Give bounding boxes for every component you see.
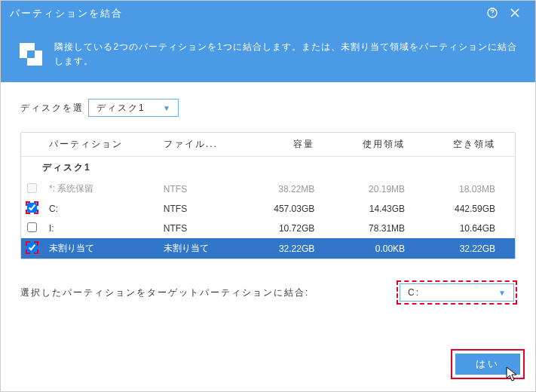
disk-select[interactable]: ディスク1 ▼ (88, 99, 179, 117)
table-row[interactable]: 未割り当て未割り当て32.22GB0.00KB32.22GB (21, 238, 515, 259)
partition-table: パーティション ファイル... 容量 使用領域 空き領域 ディスク1 *: 系统… (21, 133, 515, 259)
cell-name: 未割り当て (43, 238, 158, 259)
table-row[interactable]: I:NTFS10.72GB78.31MB10.64GB (21, 219, 515, 238)
svg-rect-6 (27, 51, 35, 58)
cell-free: 442.59GB (424, 199, 515, 219)
col-free: 空き領域 (424, 133, 515, 157)
cell-fs: 未割り当て (158, 238, 246, 259)
row-checkbox[interactable] (27, 222, 37, 232)
row-checkbox[interactable] (27, 243, 37, 253)
disk-select-value: ディスク1 (96, 102, 145, 115)
cell-used: 14.43GB (334, 199, 424, 219)
svg-point-1 (492, 14, 492, 15)
banner-text: 隣接している2つのパーティションを1つに結合します。または、未割り当て領域をパー… (54, 40, 522, 69)
cell-name: I: (43, 219, 158, 238)
col-partition: パーティション (43, 133, 158, 157)
target-select-value: C: (408, 287, 420, 298)
cell-size: 457.03GB (246, 199, 334, 219)
col-fs: ファイル... (158, 133, 246, 157)
target-select[interactable]: C: ▼ (400, 283, 514, 302)
cell-name: *: 系统保留 (43, 179, 158, 199)
chevron-down-icon: ▼ (163, 104, 172, 112)
cell-name: C: (43, 199, 158, 219)
row-checkbox (27, 183, 37, 193)
cell-used: 20.19MB (334, 179, 424, 199)
chevron-down-icon: ▼ (498, 289, 507, 297)
cell-fs: NTFS (158, 219, 246, 238)
merge-icon (17, 40, 44, 69)
cell-used: 78.31MB (334, 219, 424, 238)
cell-free: 10.64GB (424, 219, 515, 238)
disk-group-header: ディスク1 (21, 157, 515, 179)
cell-size: 38.22MB (246, 179, 334, 199)
cell-fs: NTFS (158, 199, 246, 219)
col-used: 使用領域 (334, 133, 424, 157)
cell-size: 10.72GB (246, 219, 334, 238)
table-row[interactable]: *: 系统保留NTFS38.22MB20.19MB18.03MB (21, 179, 515, 199)
close-icon[interactable] (504, 8, 526, 20)
col-size: 容量 (246, 133, 334, 157)
disk-select-label: ディスクを選 (20, 102, 84, 115)
cell-used: 0.00KB (334, 238, 424, 259)
cell-fs: NTFS (158, 179, 246, 199)
cell-free: 18.03MB (424, 179, 515, 199)
help-icon[interactable] (481, 7, 504, 21)
table-row[interactable]: C:NTFS457.03GB14.43GB442.59GB (21, 199, 515, 219)
dialog-title: パーティションを結合 (10, 7, 481, 20)
target-label: 選択したパーティションをターゲットパーティションに結合: (20, 286, 309, 299)
ok-button[interactable]: はい (455, 354, 520, 375)
cell-size: 32.22GB (246, 238, 334, 259)
row-checkbox[interactable] (27, 203, 37, 213)
cell-free: 32.22GB (424, 238, 515, 259)
